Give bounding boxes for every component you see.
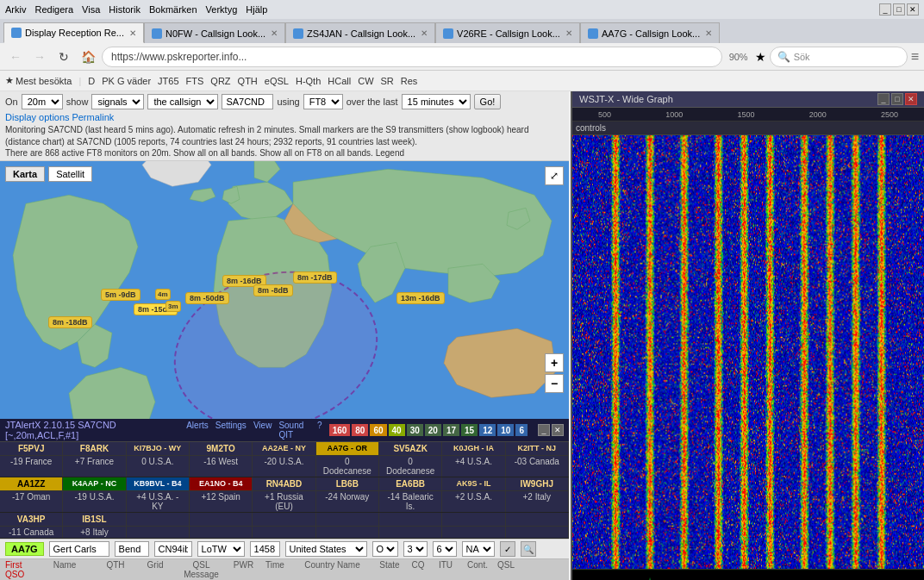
call-iw9ghj[interactable]: IW9GHJ xyxy=(506,477,569,490)
callsign-input[interactable] xyxy=(222,94,273,109)
mode-select[interactable]: FT8 xyxy=(303,94,343,109)
jtalert-minimize[interactable]: _ xyxy=(538,424,550,436)
tab-close-2[interactable]: ✕ xyxy=(271,28,278,38)
cq-select[interactable]: 3 xyxy=(403,541,428,557)
wsjtx-waterfall[interactable] xyxy=(572,135,924,569)
signals-select[interactable]: signals xyxy=(91,94,144,109)
search-box[interactable]: 🔍 Sök xyxy=(770,47,908,67)
marker-6[interactable]: 8m -17dB xyxy=(293,271,337,284)
call-ak9s[interactable]: AK9S - IL xyxy=(442,477,505,490)
call-rn4abd[interactable]: RN4ABD xyxy=(253,477,315,490)
forward-button[interactable]: → xyxy=(29,47,50,67)
tab-close-5[interactable]: ✕ xyxy=(705,28,712,38)
log-icon[interactable]: ✓ xyxy=(500,541,515,557)
state-select[interactable]: OR xyxy=(372,541,398,557)
tab-close-1[interactable]: ✕ xyxy=(129,28,136,38)
close-button[interactable]: ✕ xyxy=(907,3,919,16)
tab-display-reception[interactable]: Display Reception Re... ✕ xyxy=(3,22,144,43)
tab-n0fw[interactable]: N0FW - Callsign Look... ✕ xyxy=(144,22,285,43)
wsjtx-close[interactable]: ✕ xyxy=(905,93,917,105)
band-select[interactable]: 20m xyxy=(22,94,63,109)
level-40[interactable]: 40 xyxy=(389,424,405,436)
jtalert-nav-settings[interactable]: Settings xyxy=(215,421,247,440)
bookmark-d[interactable]: D xyxy=(88,76,95,86)
bookmark-res[interactable]: Res xyxy=(401,76,418,86)
pwr-input[interactable] xyxy=(250,541,280,557)
tab-zs4jan[interactable]: ZS4JAN - Callsign Look... ✕ xyxy=(285,22,435,43)
level-10[interactable]: 10 xyxy=(497,424,514,436)
level-6[interactable]: 6 xyxy=(515,424,528,436)
call-k0jgh[interactable]: K0JGH - IA xyxy=(442,442,505,455)
level-15[interactable]: 15 xyxy=(461,424,478,436)
level-30[interactable]: 30 xyxy=(407,424,423,436)
menu-visa[interactable]: Visa xyxy=(82,4,100,15)
logger-select[interactable]: LoTW xyxy=(197,541,245,557)
bookmark-fts[interactable]: FTS xyxy=(186,76,204,86)
jtalert-nav-sound[interactable]: Sound QIT xyxy=(278,421,310,440)
bookmark-pk-gvader[interactable]: PK G väder xyxy=(102,76,151,86)
bookmark-qth[interactable]: QTH xyxy=(238,76,258,86)
bookmark-star[interactable]: ★ xyxy=(755,50,766,64)
tab-aa7g[interactable]: AA7G - Callsign Look... ✕ xyxy=(580,22,720,43)
bookmark-sr[interactable]: SR xyxy=(381,76,394,86)
display-options-link[interactable]: Display options xyxy=(5,112,70,122)
zoom-in-btn[interactable]: + xyxy=(545,353,564,372)
menu-verktyg[interactable]: Verktyg xyxy=(206,4,238,15)
call-aa7g[interactable]: AA7G - OR xyxy=(316,442,379,455)
marker-5[interactable]: 8m -8dB xyxy=(253,284,293,296)
marker-0[interactable]: 8m -18dB xyxy=(48,316,92,328)
menu-arkiv[interactable]: Arkiv xyxy=(5,4,26,15)
level-160[interactable]: 160 xyxy=(329,424,351,436)
call-aa1zz[interactable]: AA1ZZ xyxy=(0,477,63,490)
wsjtx-minimize[interactable]: _ xyxy=(877,93,890,105)
map-satellit-btn[interactable]: Satellit xyxy=(48,166,92,182)
zoom-out-btn[interactable]: − xyxy=(545,374,564,393)
tab-close-3[interactable]: ✕ xyxy=(421,28,428,38)
bookmark-jt65[interactable]: JT65 xyxy=(158,76,178,86)
bookmark-most-visited[interactable]: ★ Mest besökta xyxy=(5,75,72,86)
grid-input[interactable] xyxy=(154,541,192,557)
call-kb9bvl[interactable]: KB9BVL - B4 xyxy=(127,477,190,490)
refresh-button[interactable]: ↻ xyxy=(53,47,74,67)
call-k2itt[interactable]: K2ITT - NJ xyxy=(506,442,569,455)
bookmark-cw[interactable]: CW xyxy=(358,76,373,86)
maximize-button[interactable]: □ xyxy=(893,3,905,16)
level-12[interactable]: 12 xyxy=(479,424,496,436)
call-f5pvj[interactable]: F5PVJ xyxy=(0,442,63,455)
map-karta-btn[interactable]: Karta xyxy=(5,166,45,182)
map-expand-btn[interactable]: ⤢ xyxy=(545,166,564,185)
call-va3hp[interactable]: VA3HP xyxy=(0,513,63,526)
call-lb6b[interactable]: LB6B xyxy=(316,477,379,490)
back-button[interactable]: ← xyxy=(5,47,26,67)
call-ea1no[interactable]: EA1NO - B4 xyxy=(190,477,253,490)
call-k4aap[interactable]: K4AAP - NC xyxy=(63,477,126,490)
call-aa2ae[interactable]: AA2AE - NY xyxy=(253,442,315,455)
time-select[interactable]: 15 minutes xyxy=(402,94,471,109)
jtalert-nav-view[interactable]: View xyxy=(253,421,272,440)
bookmark-qrz[interactable]: QRZ xyxy=(210,76,230,86)
level-20[interactable]: 20 xyxy=(425,424,441,436)
address-input[interactable]: https://www.pskreporter.info... xyxy=(102,47,722,67)
name-input[interactable] xyxy=(49,541,109,557)
tab-close-4[interactable]: ✕ xyxy=(565,28,572,38)
marker-3[interactable]: 8m -50dB xyxy=(185,292,229,304)
map-container[interactable]: Karta Satellit ⤢ 8m -18dB 5m -9dB 8m -15… xyxy=(0,161,569,419)
home-button[interactable]: 🏠 xyxy=(78,47,98,67)
search-icon-bottom[interactable]: 🔍 xyxy=(521,541,536,557)
level-60[interactable]: 60 xyxy=(370,424,386,436)
itu-select[interactable]: 6 xyxy=(433,541,457,557)
jtalert-nav-help[interactable]: ? xyxy=(317,421,322,440)
call-sv5azk[interactable]: SV5AZK xyxy=(379,442,442,455)
menu-bokmarken[interactable]: Bokmärken xyxy=(149,4,197,15)
jtalert-close[interactable]: ✕ xyxy=(552,424,564,436)
marker-extra-1[interactable]: 4m xyxy=(155,289,171,300)
active-callsign[interactable]: AA7G xyxy=(5,542,44,556)
call-ea6bb[interactable]: EA6BB xyxy=(379,477,442,490)
na-select[interactable]: NA xyxy=(462,541,495,557)
marker-1[interactable]: 5m -9dB xyxy=(101,289,140,301)
bookmark-hcall[interactable]: HCall xyxy=(328,76,351,86)
qth-input[interactable] xyxy=(115,541,149,557)
bookmark-hqth[interactable]: H-Qth xyxy=(296,76,321,86)
menu-historik[interactable]: Historik xyxy=(109,4,140,15)
marker-7[interactable]: 13m -16dB xyxy=(396,292,445,304)
